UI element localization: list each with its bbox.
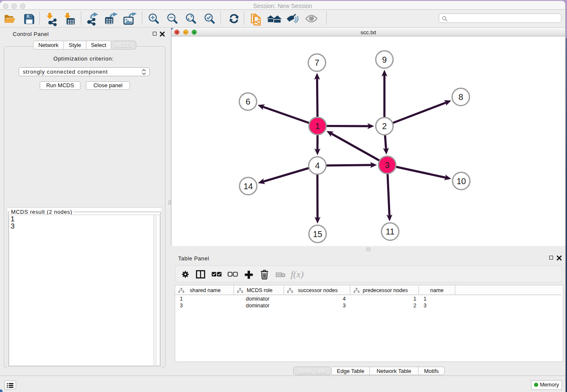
svg-text:8: 8 — [458, 92, 463, 102]
svg-text:11: 11 — [386, 227, 395, 236]
svg-text:2: 2 — [382, 121, 387, 131]
svg-text:6: 6 — [245, 97, 250, 106]
svg-text:14: 14 — [243, 182, 253, 191]
svg-text:15: 15 — [313, 229, 322, 239]
svg-text:1: 1 — [315, 121, 320, 131]
svg-text:10: 10 — [457, 177, 466, 186]
svg-text:4: 4 — [315, 161, 319, 170]
svg-text:9: 9 — [382, 55, 387, 64]
svg-text:3: 3 — [385, 160, 389, 170]
svg-text:7: 7 — [314, 58, 319, 67]
